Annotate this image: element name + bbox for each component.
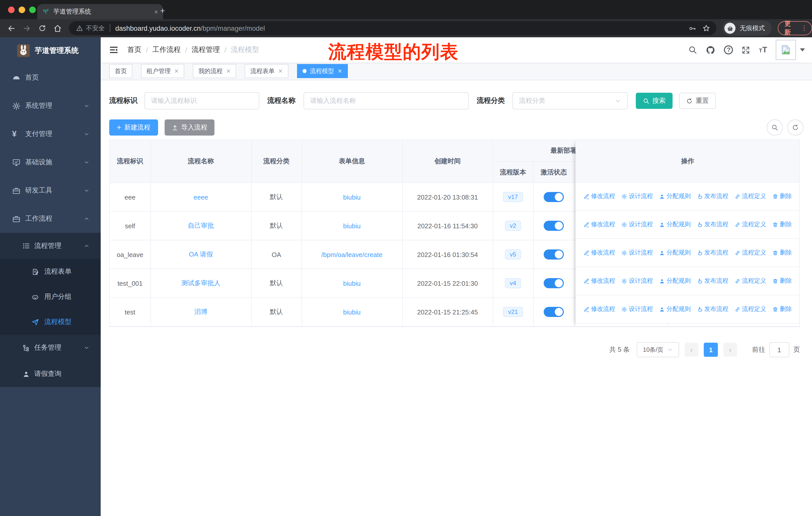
- breadcrumb-home[interactable]: 首页: [127, 45, 141, 54]
- help-icon[interactable]: ?: [724, 45, 733, 54]
- breadcrumb-process-mgmt[interactable]: 流程管理: [192, 45, 220, 54]
- avatar[interactable]: [776, 40, 796, 60]
- create-process-button[interactable]: + 新建流程: [109, 119, 158, 136]
- action-design[interactable]: 设计流程: [621, 220, 653, 229]
- process-key-input[interactable]: 请输入流程标识: [144, 92, 259, 109]
- process-name-link[interactable]: 自己审批: [188, 222, 214, 229]
- font-size-icon[interactable]: TT: [759, 45, 767, 54]
- github-icon[interactable]: [706, 45, 716, 55]
- action-design[interactable]: 设计流程: [621, 305, 653, 314]
- process-name-input[interactable]: 请输入流程名称: [303, 92, 469, 109]
- action-definition[interactable]: 流程定义: [734, 192, 766, 200]
- search-icon[interactable]: [689, 45, 697, 54]
- action-edit[interactable]: 修改流程: [583, 220, 615, 229]
- avatar-caret-icon[interactable]: [800, 48, 805, 51]
- tab-home[interactable]: 首页: [109, 64, 133, 78]
- action-edit[interactable]: 修改流程: [583, 305, 615, 314]
- action-delete[interactable]: 删除: [772, 220, 792, 229]
- action-publish[interactable]: 发布流程: [697, 277, 728, 285]
- action-publish[interactable]: 发布流程: [697, 192, 728, 200]
- active-toggle[interactable]: [544, 278, 564, 288]
- sidebar-item-dev-tools[interactable]: 研发工具: [0, 176, 101, 205]
- tab-process-form[interactable]: 流程表单✕: [245, 64, 288, 78]
- reset-button[interactable]: 重置: [679, 93, 716, 109]
- sidebar-item-process-mgmt[interactable]: 流程管理: [0, 233, 101, 259]
- action-definition[interactable]: 流程定义: [734, 220, 766, 229]
- breadcrumb-workflow[interactable]: 工作流程: [152, 45, 181, 54]
- sidebar-collapse-icon[interactable]: [109, 45, 118, 54]
- action-assign-rule[interactable]: 分配规则: [659, 192, 691, 200]
- goto-page-input[interactable]: [769, 342, 789, 357]
- page-size-select[interactable]: 10条/页: [637, 342, 679, 357]
- traffic-minimize-button[interactable]: [19, 6, 25, 13]
- action-delete[interactable]: 删除: [772, 277, 792, 285]
- action-definition[interactable]: 流程定义: [734, 277, 766, 285]
- active-toggle[interactable]: [544, 307, 564, 317]
- active-toggle[interactable]: [544, 221, 564, 231]
- sidebar-item-home[interactable]: 首页: [0, 63, 101, 92]
- back-icon[interactable]: [7, 24, 16, 32]
- tab-close-icon[interactable]: ✕: [174, 68, 179, 74]
- sidebar-item-process-model[interactable]: 流程模型: [0, 309, 101, 334]
- action-edit[interactable]: 修改流程: [583, 277, 615, 285]
- action-delete[interactable]: 删除: [772, 305, 792, 314]
- sidebar-item-system[interactable]: 系统管理: [0, 92, 101, 120]
- active-toggle[interactable]: [544, 249, 564, 260]
- browser-menu-icon[interactable]: ⋮: [801, 26, 808, 31]
- bookmark-star-icon[interactable]: [702, 24, 710, 32]
- form-info-link[interactable]: /bpm/oa/leave/create: [321, 251, 383, 258]
- process-name-link[interactable]: 测试多审批人: [181, 279, 221, 287]
- address-bar[interactable]: 不安全 dashboard.yudao.iocoder.cn/bpm/manag…: [69, 21, 717, 35]
- action-assign-rule[interactable]: 分配规则: [659, 248, 691, 257]
- action-assign-rule[interactable]: 分配规则: [659, 277, 691, 285]
- action-publish[interactable]: 发布流程: [697, 248, 728, 257]
- sidebar-item-pay[interactable]: ¥ 支付管理: [0, 120, 101, 148]
- process-name-link[interactable]: eeee: [194, 193, 208, 201]
- traffic-close-button[interactable]: [8, 6, 14, 13]
- form-info-link[interactable]: biubiu: [343, 222, 360, 229]
- import-process-button[interactable]: 导入流程: [165, 119, 214, 136]
- tab-close-icon[interactable]: ✕: [278, 68, 283, 74]
- action-publish[interactable]: 发布流程: [697, 220, 728, 229]
- browser-update-button[interactable]: 更新 ⋮: [778, 21, 812, 35]
- toggle-search-button[interactable]: [767, 119, 783, 136]
- sidebar-item-leave-query[interactable]: 请假查询: [0, 361, 101, 387]
- fullscreen-icon[interactable]: [742, 46, 750, 54]
- home-icon[interactable]: [53, 24, 62, 32]
- search-button[interactable]: 搜索: [636, 93, 672, 109]
- category-select[interactable]: 流程分类: [513, 92, 628, 109]
- action-assign-rule[interactable]: 分配规则: [659, 305, 691, 314]
- active-toggle[interactable]: [544, 192, 564, 202]
- sidebar-item-user-group[interactable]: 用户分组: [0, 284, 101, 309]
- reload-icon[interactable]: [38, 24, 46, 32]
- forward-icon[interactable]: [23, 24, 31, 32]
- key-icon[interactable]: [689, 24, 696, 32]
- action-publish[interactable]: 发布流程: [697, 305, 728, 314]
- action-definition[interactable]: 流程定义: [734, 248, 766, 257]
- action-edit[interactable]: 修改流程: [583, 192, 615, 200]
- traffic-zoom-button[interactable]: [29, 6, 36, 13]
- action-delete[interactable]: 删除: [772, 192, 792, 200]
- new-tab-button[interactable]: +: [160, 6, 165, 16]
- form-info-link[interactable]: biubiu: [343, 193, 360, 201]
- tab-tenant[interactable]: 租户管理✕: [141, 64, 184, 78]
- tab-close-icon[interactable]: ✕: [338, 68, 342, 74]
- action-delete[interactable]: 删除: [772, 248, 792, 257]
- current-page-button[interactable]: 1: [704, 343, 718, 357]
- form-info-link[interactable]: biubiu: [343, 279, 360, 287]
- process-name-link[interactable]: OA 请假: [189, 250, 213, 258]
- sidebar-item-task-mgmt[interactable]: 任务管理: [0, 334, 101, 361]
- action-definition[interactable]: 流程定义: [734, 305, 766, 314]
- sidebar-logo[interactable]: 芋道管理系统: [0, 37, 101, 63]
- action-design[interactable]: 设计流程: [621, 248, 653, 257]
- refresh-table-button[interactable]: [787, 119, 804, 136]
- tab-close-icon[interactable]: ✕: [226, 68, 231, 74]
- action-design[interactable]: 设计流程: [621, 277, 653, 285]
- sidebar-item-infra[interactable]: 基础设施: [0, 148, 101, 176]
- sidebar-item-process-form[interactable]: 流程表单: [0, 259, 101, 284]
- tab-close-icon[interactable]: ×: [154, 8, 158, 16]
- tab-my-process[interactable]: 我的流程✕: [193, 64, 236, 78]
- action-assign-rule[interactable]: 分配规则: [659, 220, 691, 229]
- process-name-link[interactable]: 滔博: [194, 308, 207, 316]
- next-page-button[interactable]: ›: [723, 343, 737, 357]
